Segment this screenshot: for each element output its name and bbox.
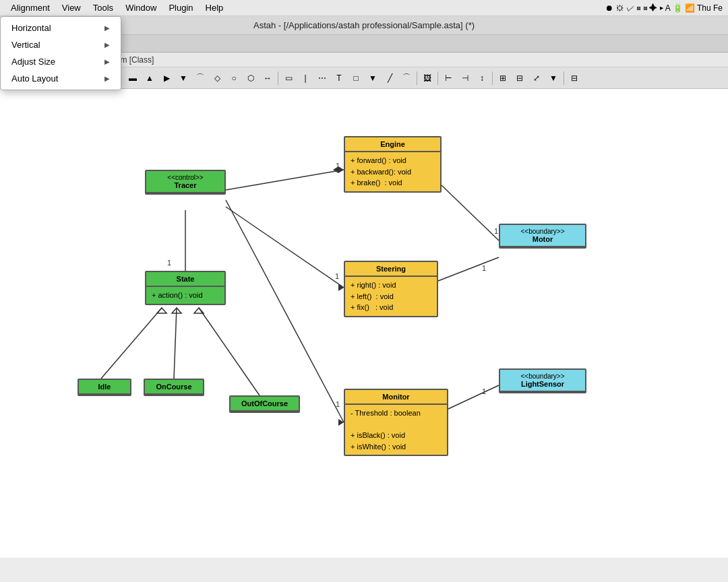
svg-line-0 bbox=[226, 170, 344, 190]
menu-window[interactable]: Window bbox=[120, 1, 162, 14]
class-idle-header: Idle bbox=[79, 380, 130, 395]
divider4 bbox=[437, 71, 438, 85]
menu-help[interactable]: Help bbox=[200, 1, 229, 14]
svg-marker-9 bbox=[338, 284, 344, 291]
down2-tool[interactable]: ▼ bbox=[175, 70, 191, 86]
class-engine-name: Engine bbox=[351, 140, 435, 148]
class-outcourse-header: OutOfCourse bbox=[231, 397, 299, 412]
svg-line-23 bbox=[199, 308, 260, 395]
dropdown-vertical[interactable]: Vertical ▶ bbox=[1, 36, 121, 53]
dotline-tool[interactable]: ⋯ bbox=[314, 70, 330, 86]
system-icons: ⏺ ⚙ ✓ ▣ ▣ ✦ ▶ A 🔋 📶 Thu Fe bbox=[605, 3, 723, 13]
class-engine[interactable]: Engine + forward() : void + backward(): … bbox=[344, 136, 442, 193]
zoom-in-tool[interactable]: ⊞ bbox=[495, 70, 511, 86]
more-tool[interactable]: ▼ bbox=[545, 70, 562, 86]
class-state-body: + action() : void bbox=[146, 287, 224, 304]
connector-tool[interactable]: ↔ bbox=[260, 70, 276, 86]
class-lightsensor-stereotype: <<boundary>> bbox=[506, 373, 580, 380]
class-steering[interactable]: Steering + right() : void + left() : voi… bbox=[344, 261, 438, 317]
T-tool[interactable]: T bbox=[331, 70, 347, 86]
class-monitor[interactable]: Monitor - Threshold : boolean + isBlack(… bbox=[344, 389, 448, 456]
class-tracer[interactable]: <<control>> Tracer bbox=[145, 170, 226, 195]
svg-text:1: 1 bbox=[336, 400, 340, 408]
class-lightsensor[interactable]: <<boundary>> LightSensor bbox=[499, 368, 586, 393]
dropdown-vertical-label: Vertical bbox=[11, 40, 40, 50]
svg-line-13 bbox=[226, 200, 344, 422]
align1-tool[interactable]: ⊢ bbox=[440, 70, 456, 86]
title-text: Astah - [/Applications/astah professiona… bbox=[253, 20, 475, 30]
arrow-tool[interactable]: ▶ bbox=[158, 70, 175, 86]
dropdown-auto-layout[interactable]: Auto Layout ▶ bbox=[1, 70, 121, 87]
divider5 bbox=[492, 71, 493, 85]
menu-view[interactable]: View bbox=[57, 1, 86, 14]
class-tracer-stereotype: <<control>> bbox=[152, 174, 219, 181]
class-oncourse[interactable]: OnCourse bbox=[144, 379, 204, 396]
menubar-right: ⏺ ⚙ ✓ ▣ ▣ ✦ ▶ A 🔋 📶 Thu Fe bbox=[605, 3, 723, 13]
svg-line-10 bbox=[438, 257, 499, 281]
class-state-header: State bbox=[146, 272, 224, 287]
engine-method-2: + backward(): void bbox=[351, 166, 435, 178]
class-steering-name: Steering bbox=[351, 265, 431, 273]
rect2-tool[interactable]: □ bbox=[348, 70, 364, 86]
engine-method-3: + brake() : void bbox=[351, 177, 435, 189]
class-tracer-name: Tracer bbox=[152, 181, 219, 189]
dropdown-adjust-size-label: Adjust Size bbox=[11, 57, 55, 67]
circle-tool[interactable]: ○ bbox=[226, 70, 242, 86]
engine-method-1: + forward() : void bbox=[351, 155, 435, 166]
divider2 bbox=[278, 71, 278, 85]
class-outcourse-name: OutOfCourse bbox=[236, 399, 293, 408]
diagram-canvas[interactable]: 1 1 1 1 1 1 1 Engine bbox=[0, 89, 728, 558]
svg-text:1: 1 bbox=[336, 162, 340, 170]
line2-tool[interactable]: | bbox=[297, 70, 313, 86]
class-motor[interactable]: <<boundary>> Motor bbox=[499, 224, 586, 249]
svg-line-21 bbox=[174, 308, 177, 379]
steering-method-1: + right() : void bbox=[351, 280, 431, 291]
svg-text:1: 1 bbox=[482, 387, 486, 395]
class-monitor-header: Monitor bbox=[345, 390, 447, 405]
svg-marker-22 bbox=[172, 308, 181, 313]
steering-method-2: + left() : void bbox=[351, 291, 431, 302]
svg-text:1: 1 bbox=[494, 227, 498, 235]
monitor-attr-1: - Threshold : boolean bbox=[351, 408, 442, 419]
svg-text:1: 1 bbox=[482, 264, 486, 272]
monitor-method-1: + isBlack() : void bbox=[351, 430, 442, 441]
class-state[interactable]: State + action() : void bbox=[145, 271, 226, 305]
diamond-tool[interactable]: ◇ bbox=[209, 70, 225, 86]
svg-text:1: 1 bbox=[167, 259, 171, 267]
dropdown-horizontal[interactable]: Horizontal ▶ bbox=[1, 20, 121, 36]
hexagon-tool[interactable]: ⬡ bbox=[243, 70, 259, 86]
align2-tool[interactable]: ⊣ bbox=[457, 70, 473, 86]
rect-tool[interactable]: ▬ bbox=[125, 70, 141, 86]
dropdown-horizontal-label: Horizontal bbox=[11, 23, 51, 33]
class-oncourse-name: OnCourse bbox=[150, 383, 198, 391]
svg-line-19 bbox=[101, 308, 162, 379]
class-oncourse-header: OnCourse bbox=[145, 380, 203, 395]
monitor-method-2: + isWhite() : void bbox=[351, 441, 442, 453]
curve-tool[interactable]: ⌒ bbox=[192, 70, 208, 86]
svg-marker-24 bbox=[194, 308, 204, 313]
box-tool[interactable]: ▭ bbox=[280, 70, 297, 86]
monitor-spacer bbox=[351, 419, 442, 430]
class-idle[interactable]: Idle bbox=[78, 379, 131, 396]
menu-alignment[interactable]: Alignment bbox=[5, 1, 55, 14]
dropdown-adjust-size[interactable]: Adjust Size ▶ bbox=[1, 53, 121, 70]
menubar: Alignment View Tools Window Plugin Help … bbox=[0, 0, 728, 16]
line3-tool[interactable]: ⌒ bbox=[398, 70, 415, 86]
grid-tool[interactable]: ⊟ bbox=[566, 70, 582, 86]
menu-tools[interactable]: Tools bbox=[88, 1, 119, 14]
class-outcourse[interactable]: OutOfCourse bbox=[229, 395, 300, 413]
align3-tool[interactable]: ↕ bbox=[474, 70, 490, 86]
class-steering-header: Steering bbox=[345, 262, 437, 277]
class-motor-header: <<boundary>> Motor bbox=[500, 225, 585, 247]
zoom-fit-tool[interactable]: ⤢ bbox=[528, 70, 545, 86]
rect3-tool[interactable]: ▼ bbox=[365, 70, 381, 86]
menu-plugin[interactable]: Plugin bbox=[163, 1, 198, 14]
svg-line-16 bbox=[448, 385, 499, 409]
image-tool[interactable]: 🖼 bbox=[419, 70, 435, 86]
diagonal-tool[interactable]: ╱ bbox=[382, 70, 398, 86]
alignment-dropdown: Horizontal ▶ Vertical ▶ Adjust Size ▶ Au… bbox=[0, 16, 121, 90]
dropdown-horizontal-arrow: ▶ bbox=[104, 24, 110, 32]
zoom-out-tool[interactable]: ⊟ bbox=[512, 70, 528, 86]
state-method-1: + action() : void bbox=[152, 290, 219, 301]
up-tool[interactable]: ▲ bbox=[142, 70, 158, 86]
